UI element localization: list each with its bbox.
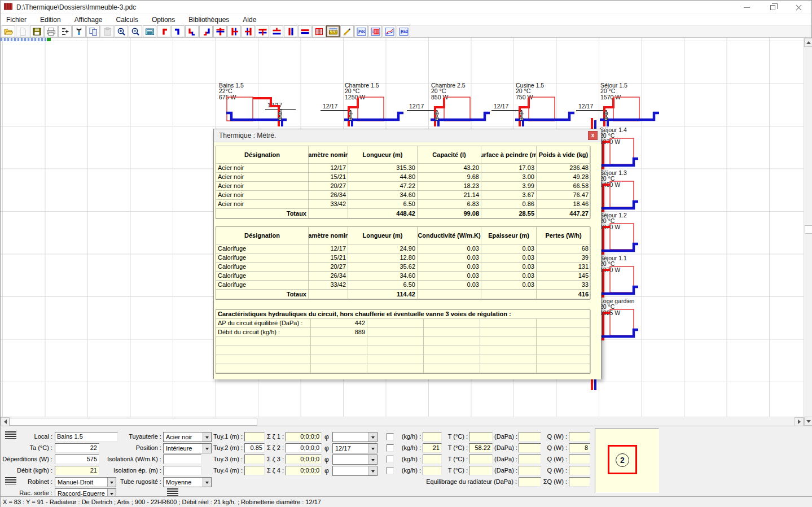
minimize-button[interactable]: [734, 1, 760, 14]
input-q-w-2[interactable]: 8: [569, 443, 590, 453]
toolbar-radiator-window-button[interactable]: [368, 25, 382, 37]
input-dapa-4[interactable]: [519, 466, 541, 475]
select-diameter-1[interactable]: [332, 432, 378, 442]
list-icon[interactable]: [167, 488, 178, 496]
input-zeta-1[interactable]: 0;0;0;0: [286, 432, 322, 442]
room-unit-chambre-1-5[interactable]: Chambre 1.520 °C1250 W12/17: [319, 81, 415, 129]
vertical-scroll-thumb[interactable]: [805, 225, 812, 234]
toolbar-pipe-elbow-blue-button[interactable]: [171, 25, 185, 37]
select-tuyauterie[interactable]: Acier noir: [163, 432, 212, 442]
input-kg-h-1[interactable]: [423, 432, 442, 442]
input-tuy-1-m[interactable]: [244, 432, 265, 442]
input-zeta-4[interactable]: 0;0;0;0: [286, 466, 322, 475]
toolbar-pipe-valve-tool-button[interactable]: [72, 25, 86, 37]
close-button[interactable]: [785, 1, 811, 14]
scroll-up-button[interactable]: [804, 38, 812, 47]
toolbar-pipe-tee-up-button[interactable]: [270, 25, 283, 37]
toolbar-draw-tool-button[interactable]: [340, 25, 354, 37]
menu-item-affichage[interactable]: Affichage: [74, 16, 103, 24]
dialog-close-button[interactable]: x: [588, 131, 598, 140]
toolbar-zoom-in-button[interactable]: [115, 25, 128, 37]
horizontal-scroll-thumb[interactable]: [10, 418, 257, 426]
room-unit-s-jour-1-4[interactable]: Séjour 1.420 °C1370 W: [599, 126, 640, 173]
room-unit-chambre-2-5[interactable]: Chambre 2.520 °C850 W12/17: [406, 81, 502, 129]
toolbar-pipe-node-edit-button[interactable]: [58, 25, 72, 37]
room-unit-bains-1-5[interactable]: Bains 1.522°C675 W12/17: [218, 81, 314, 129]
menu-item-bibliothques[interactable]: Bibliothèques: [188, 16, 229, 24]
input-t-c-2[interactable]: 58.22: [469, 443, 493, 453]
toolbar-copy-button[interactable]: [86, 25, 100, 37]
toolbar-pipe-elbow-red-button[interactable]: [157, 25, 170, 37]
toolbar-pdc-window-button[interactable]: Pdc: [354, 25, 368, 37]
input-isolation-w-m-k[interactable]: [163, 454, 201, 464]
toolbar-pipe-tee-right-button[interactable]: [227, 25, 241, 37]
input-tuy-3-m[interactable]: [244, 454, 265, 464]
toolbar-pipes-horizontal-button[interactable]: [298, 25, 311, 37]
toolbar-print-button[interactable]: [44, 25, 58, 37]
vertical-scrollbar[interactable]: [804, 38, 812, 426]
input-dapa-3[interactable]: [519, 454, 541, 464]
select-diameter-2[interactable]: 12/17: [332, 443, 378, 453]
toolbar-pipe-corner-blue-red-button[interactable]: [199, 25, 213, 37]
input-q-w-3[interactable]: [569, 454, 590, 464]
horizontal-scrollbar[interactable]: [1, 417, 804, 426]
menu-item-options[interactable]: Options: [152, 16, 175, 24]
room-unit-s-jour-1-3[interactable]: Séjour 1.320 °C1450 W: [599, 169, 640, 216]
select-diameter-3[interactable]: [332, 454, 378, 465]
scroll-left-button[interactable]: [1, 417, 10, 426]
toolbar-pipe-corner-red-blue-button[interactable]: [185, 25, 199, 37]
input-tuy-2-m[interactable]: 0.85: [244, 443, 265, 453]
input-dapa-2[interactable]: [519, 443, 541, 453]
toolbar-paste-button[interactable]: [100, 25, 114, 37]
toolbar-save-button[interactable]: [30, 25, 43, 37]
input-q-w-4[interactable]: [569, 466, 590, 475]
select-diameter-4[interactable]: [332, 466, 378, 476]
input-t-c-1[interactable]: [469, 432, 493, 442]
room-unit-loge-gardien[interactable]: Loge gardien20 °C1325 W: [599, 297, 640, 344]
toolbar-pipes-vertical-button[interactable]: [284, 25, 297, 37]
menu-item-calculs[interactable]: Calculs: [116, 16, 138, 24]
input-equilibrage[interactable]: [519, 477, 541, 487]
input-kg-h-2[interactable]: 21: [423, 443, 442, 453]
toolbar-radiator-tool-button[interactable]: [312, 25, 326, 37]
select-position[interactable]: Intérieure: [163, 443, 212, 453]
input-isolation-p-m[interactable]: [163, 466, 201, 475]
checkbox-flow-row-1[interactable]: [387, 433, 394, 440]
input-dapa-1[interactable]: [519, 432, 541, 442]
menu-item-aide[interactable]: Aide: [243, 16, 256, 24]
input-kg-h-4[interactable]: [423, 466, 442, 475]
toolbar-new-file-button[interactable]: [16, 25, 29, 37]
room-unit-s-jour-1-5[interactable]: Séjour 1.520 °C1570 W12/17: [575, 81, 671, 129]
input-q-w-1[interactable]: [569, 432, 590, 442]
dialog-title-bar[interactable]: Thermique : Métré. x: [214, 129, 601, 142]
input-zeta-3[interactable]: 0;0;0;0: [286, 454, 322, 464]
restore-button[interactable]: [760, 1, 785, 14]
toolbar-curves-window-button[interactable]: [383, 25, 396, 37]
room-unit-s-jour-1-2[interactable]: Séjour 1.220 °C1370 W: [599, 211, 640, 259]
room-unit-s-jour-1-1[interactable]: Séjour 1.120 °C1370 W: [599, 254, 640, 301]
toolbar-zoom-out-button[interactable]: [129, 25, 142, 37]
toolbar-rad-window-button[interactable]: Rad: [397, 25, 410, 37]
toolbar-open-file-button[interactable]: [2, 25, 15, 37]
input-sum-q[interactable]: [569, 477, 590, 487]
toolbar-calculator-button[interactable]: [143, 25, 156, 37]
scroll-right-button[interactable]: [795, 417, 804, 426]
scroll-down-button[interactable]: [804, 417, 812, 426]
checkbox-flow-row-2[interactable]: [387, 444, 394, 452]
menu-item-fichier[interactable]: Fichier: [6, 16, 27, 24]
table-cell: 3.99: [481, 182, 537, 191]
checkbox-flow-row-3[interactable]: [387, 456, 394, 463]
input-t-c-4[interactable]: [469, 466, 493, 475]
select-tube-rugosit[interactable]: Moyenne: [163, 477, 212, 487]
input-zeta-2[interactable]: 0;0;0;0: [286, 443, 322, 453]
toolbar-measure-ruler-button[interactable]: [326, 25, 340, 37]
menu-item-edition[interactable]: Edition: [40, 16, 61, 24]
room-unit-cusine-1-5[interactable]: Cusine 1.520 °C750 W12/17: [490, 81, 586, 129]
toolbar-pipe-cross-button[interactable]: [213, 25, 227, 37]
input-tuy-4-m[interactable]: [244, 466, 265, 475]
input-kg-h-3[interactable]: [423, 454, 442, 464]
toolbar-pipe-tee-left-button[interactable]: [242, 25, 255, 37]
input-t-c-3[interactable]: [469, 454, 493, 464]
checkbox-flow-row-4[interactable]: [387, 467, 394, 474]
toolbar-pipe-tee-down-button[interactable]: [256, 25, 269, 37]
